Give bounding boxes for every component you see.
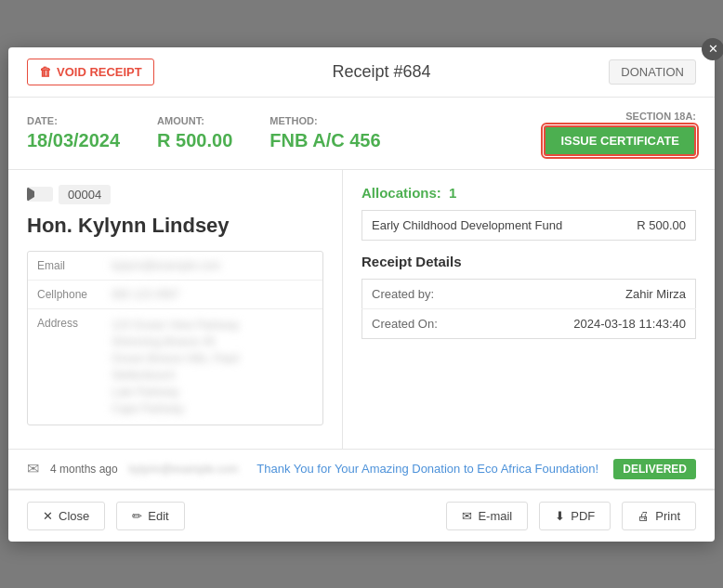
allocations-table: Early Childhood Development Fund R 500.0… — [362, 210, 696, 241]
email-icon: ✉ — [462, 509, 472, 523]
edit-icon: ✏ — [132, 509, 142, 523]
edit-button[interactable]: ✏ Edit — [116, 502, 184, 530]
email-notification-icon: ✉ — [27, 460, 39, 477]
cellphone-field-label: Cellphone — [37, 288, 112, 301]
notification-message: Thank You for Your Amazing Donation to E… — [256, 462, 602, 476]
method-label: METHOD: — [269, 115, 380, 126]
date-field: DATE: 18/03/2024 — [27, 115, 120, 151]
receipt-details-table: Created by: Zahir Mirza Created On: 2024… — [362, 279, 696, 339]
contact-id-row: 00004 — [27, 185, 323, 204]
issue-certificate-button[interactable]: ISSUE CERTIFICATE — [544, 125, 696, 156]
email-field-label: Email — [37, 259, 112, 272]
email-row: Email kylynn@example.com — [28, 252, 322, 281]
close-icon: ✕ — [708, 42, 718, 56]
modal-body: 00004 Hon. Kylynn Lindsey Email kylynn@e… — [8, 170, 715, 449]
pdf-icon: ⬇ — [555, 509, 565, 523]
created-by-value: Zahir Mirza — [493, 279, 695, 308]
address-row: Address 123 Ocean View Parkway Shimming … — [28, 309, 322, 425]
receipt-details-title: Receipt Details — [362, 254, 696, 269]
notification-time: 4 months ago — [50, 463, 118, 476]
modal-close-button[interactable]: ✕ — [702, 38, 723, 60]
email-field-value: kylynn@example.com — [112, 259, 221, 272]
table-row: Early Childhood Development Fund R 500.0… — [362, 210, 696, 240]
receipt-title: Receipt #684 — [333, 62, 431, 82]
allocations-count: 1 — [449, 185, 456, 201]
modal-footer: ✕ Close ✏ Edit ✉ E-mail ⬇ PDF 🖨 — [8, 490, 715, 542]
modal-overlay: ✕ 🗑 VOID RECEIPT Receipt #684 DONATION D… — [0, 0, 723, 588]
footer-right-actions: ✉ E-mail ⬇ PDF 🖨 Print — [446, 502, 696, 530]
address-field-value: 123 Ocean View Parkway Shimming Breeze 4… — [112, 317, 239, 417]
notification-email: kylynn@example.com — [129, 463, 239, 476]
pdf-button[interactable]: ⬇ PDF — [539, 502, 611, 530]
alloc-amount: R 500.00 — [614, 210, 696, 240]
receipt-modal: ✕ 🗑 VOID RECEIPT Receipt #684 DONATION D… — [8, 47, 715, 542]
right-panel: Allocations: 1 Early Childhood Developme… — [343, 170, 715, 449]
pdf-label: PDF — [571, 509, 595, 523]
contact-id-value: 00004 — [59, 185, 111, 204]
donation-badge: DONATION — [609, 59, 696, 85]
method-field: METHOD: FNB A/C 456 — [269, 115, 380, 151]
section18a-label: SECTION 18A: — [625, 111, 696, 122]
time-ago-text: 4 months ago — [50, 463, 118, 476]
print-icon: 🖨 — [638, 509, 650, 523]
section18a-field: SECTION 18A: ISSUE CERTIFICATE — [544, 111, 696, 156]
close-x-icon: ✕ — [43, 509, 53, 523]
created-on-value: 2024-03-18 11:43:40 — [493, 308, 695, 338]
expand-icon[interactable] — [27, 187, 53, 202]
contact-name: Hon. Kylynn Lindsey — [27, 214, 323, 238]
delivered-badge: DELIVERED — [613, 459, 696, 479]
cellphone-row: Cellphone 083 123 4567 — [28, 281, 322, 309]
created-on-row: Created On: 2024-03-18 11:43:40 — [362, 308, 696, 338]
created-on-label: Created On: — [362, 308, 493, 338]
allocations-title: Allocations: 1 — [362, 185, 696, 201]
created-by-label: Created by: — [362, 279, 493, 308]
alloc-fund: Early Childhood Development Fund — [362, 210, 614, 240]
amount-field: AMOUNT: R 500.00 — [157, 115, 232, 151]
contact-fields: Email kylynn@example.com Cellphone 083 1… — [27, 251, 323, 425]
address-field-label: Address — [37, 317, 112, 330]
info-row: DATE: 18/03/2024 AMOUNT: R 500.00 METHOD… — [8, 98, 715, 170]
close-button[interactable]: ✕ Close — [27, 502, 105, 530]
modal-header: 🗑 VOID RECEIPT Receipt #684 DONATION — [8, 47, 715, 98]
email-button[interactable]: ✉ E-mail — [446, 502, 528, 530]
created-by-row: Created by: Zahir Mirza — [362, 279, 696, 308]
print-button[interactable]: 🖨 Print — [622, 502, 696, 530]
close-label: Close — [59, 509, 89, 523]
amount-label: AMOUNT: — [157, 115, 232, 126]
allocations-label: Allocations: — [362, 185, 441, 201]
print-label: Print — [655, 509, 680, 523]
footer-left-actions: ✕ Close ✏ Edit — [27, 502, 185, 530]
left-panel: 00004 Hon. Kylynn Lindsey Email kylynn@e… — [8, 170, 343, 449]
trash-icon: 🗑 — [39, 65, 51, 79]
edit-label: Edit — [148, 509, 168, 523]
email-notification-row: ✉ 4 months ago kylynn@example.com Thank … — [8, 449, 715, 490]
email-label: E-mail — [478, 509, 512, 523]
date-label: DATE: — [27, 115, 120, 126]
void-receipt-button[interactable]: 🗑 VOID RECEIPT — [27, 59, 154, 85]
date-value: 18/03/2024 — [27, 130, 120, 151]
amount-value: R 500.00 — [157, 130, 232, 151]
method-value: FNB A/C 456 — [269, 130, 380, 151]
cellphone-field-value: 083 123 4567 — [112, 288, 179, 301]
